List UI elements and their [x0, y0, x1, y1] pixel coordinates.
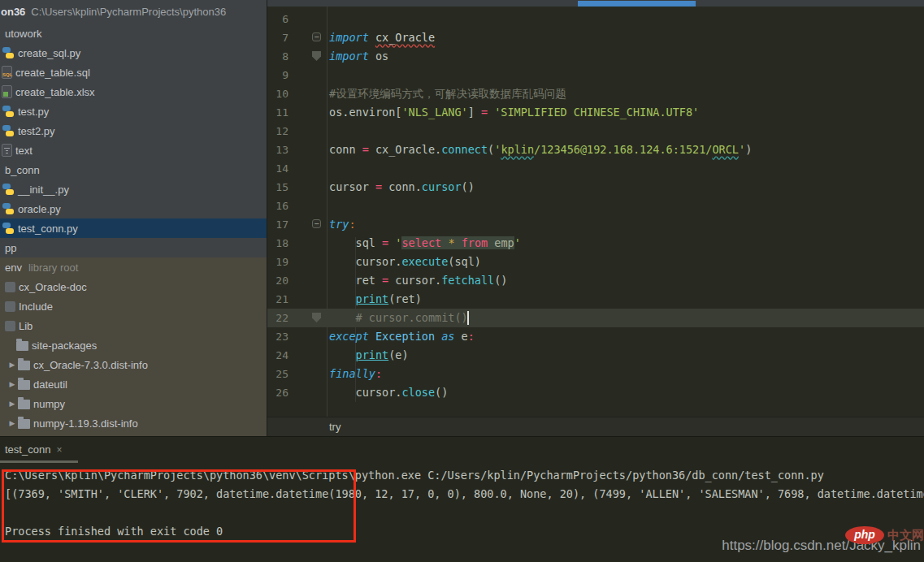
python-file-icon: [2, 124, 15, 137]
sidebar-item-lib[interactable]: Lib: [0, 316, 267, 335]
sidebar-item-pp[interactable]: pp: [0, 238, 267, 257]
fold-marker-icon[interactable]: −: [312, 32, 321, 41]
sidebar-item-create-table-xlsx[interactable]: create_table.xlsx: [0, 82, 267, 102]
expand-arrow-icon[interactable]: ▶: [7, 419, 18, 427]
code-editor[interactable]: 67−import cx_Oracle8import os910#设置环境编码方…: [267, 6, 924, 417]
code-line-17[interactable]: 17−try:: [267, 215, 924, 234]
code-line-10[interactable]: 10#设置环境编码方式，可解决读取数据库乱码问题: [267, 84, 924, 103]
code-line-7[interactable]: 7−import cx_Oracle: [267, 28, 924, 47]
python-file-icon: [2, 202, 15, 215]
console-tab-test-conn[interactable]: test_conn×: [5, 443, 62, 456]
sql-file-icon: SQL: [2, 66, 12, 79]
text-caret: [467, 311, 469, 325]
line-number: 25: [267, 365, 288, 383]
sidebar-item-utowork[interactable]: utowork: [0, 24, 267, 43]
sidebar-item-dateutil[interactable]: ▶dateutil: [0, 374, 267, 394]
sidebar-item-include[interactable]: Include: [0, 296, 267, 316]
sidebar-item-cx-oracle-doc[interactable]: cx_Oracle-doc: [0, 277, 267, 296]
sidebar-item-label: create_table.sql: [15, 67, 90, 79]
code-line-18[interactable]: 18 sql = 'select * from emp': [267, 234, 924, 253]
code-line-15[interactable]: 15cursor = conn.cursor(): [267, 178, 924, 197]
sidebar-item-label: test_conn.py: [18, 223, 78, 235]
editor-tab-strip: [267, 0, 924, 6]
sidebar-item-label: oracle.py: [18, 203, 61, 215]
php-cn-logo-icon: php: [845, 526, 884, 544]
sidebar-item-site-packages[interactable]: site-packages: [0, 335, 267, 355]
annotation-red-box: [2, 469, 356, 543]
sidebar-item-label: __init__.py: [18, 184, 69, 196]
line-number: 8: [267, 47, 288, 66]
sidebar-item-label: dateutil: [33, 378, 67, 391]
active-tab-underline: [578, 1, 696, 6]
external-libraries-tree: envlibrary rootcx_Oracle-docIncludeLibsi…: [0, 257, 267, 436]
sidebar-item-label: env: [5, 262, 22, 274]
line-number: 21: [267, 290, 288, 309]
code-line-19[interactable]: 19 cursor.execute(sql): [267, 253, 924, 271]
sidebar-item--init-py[interactable]: __init__.py: [0, 179, 267, 199]
sidebar-item-oracle-py[interactable]: oracle.py: [0, 199, 267, 218]
sidebar-item-create-table-sql[interactable]: SQLcreate_table.sql: [0, 63, 267, 82]
code-line-6[interactable]: 6: [267, 10, 924, 28]
line-number: 20: [267, 271, 288, 290]
sidebar-item-label: pp: [5, 242, 16, 254]
python-file-icon: [2, 222, 15, 235]
sidebar-item-env[interactable]: envlibrary root: [0, 257, 267, 277]
folder-icon: [5, 301, 15, 312]
sidebar-item-create-sql-py[interactable]: create_sql.py: [0, 43, 267, 63]
fold-marker-icon[interactable]: −: [312, 219, 321, 228]
breadcrumb-item-try[interactable]: try: [329, 421, 341, 433]
code-line-23[interactable]: 23except Exception as e:: [267, 327, 924, 346]
sidebar-item-label: b_conn: [5, 164, 40, 176]
line-number: 12: [267, 122, 288, 140]
line-number: 16: [267, 197, 288, 215]
line-number: 9: [267, 66, 288, 84]
python-file-icon: [2, 46, 15, 59]
sidebar-item-numpy-1-19-3-dist-info[interactable]: ▶numpy-1.19.3.dist-info: [0, 413, 267, 433]
code-lines: 67−import cx_Oracle8import os910#设置环境编码方…: [267, 10, 924, 402]
project-tool-window[interactable]: on36C:\Users\kplin\PycharmProjects\pytho…: [0, 0, 267, 436]
sidebar-item-suffix: library root: [28, 262, 78, 274]
line-number: 19: [267, 253, 288, 271]
sidebar-item-test-py[interactable]: test.py: [0, 102, 267, 121]
code-line-9[interactable]: 9: [267, 66, 924, 84]
python-file-icon: [2, 183, 15, 196]
sidebar-item-label: site-packages: [32, 339, 97, 352]
sidebar-item-label: create_table.xlsx: [15, 86, 95, 98]
code-line-24[interactable]: 24 print(e): [267, 346, 924, 365]
sidebar-item-label: create_sql.py: [18, 47, 80, 59]
expand-arrow-icon[interactable]: ▶: [7, 400, 18, 408]
close-icon[interactable]: ×: [56, 444, 62, 456]
code-line-8[interactable]: 8import os: [267, 47, 924, 66]
sidebar-item-test2-py[interactable]: test2.py: [0, 121, 267, 140]
expand-arrow-icon[interactable]: ▶: [7, 361, 18, 369]
sidebar-item-numpy[interactable]: ▶numpy: [0, 394, 267, 413]
expand-arrow-icon[interactable]: ▶: [7, 380, 18, 388]
code-line-12[interactable]: 12: [267, 122, 924, 140]
code-line-26[interactable]: 26 cursor.close(): [267, 383, 924, 402]
sidebar-item-label: cx_Oracle-7.3.0.dist-info: [33, 359, 148, 371]
console-tab-underline: [0, 460, 78, 463]
code-line-13[interactable]: 13conn = cx_Oracle.connect('kplin/123456…: [267, 140, 924, 159]
fold-marker-icon[interactable]: [312, 313, 321, 322]
sidebar-item-text[interactable]: text: [0, 140, 267, 160]
line-number: 7: [267, 28, 288, 47]
line-number: 26: [267, 383, 288, 402]
xlsx-file-icon: [2, 85, 12, 98]
breadcrumb[interactable]: try: [267, 417, 924, 436]
sidebar-item-test-conn-py[interactable]: test_conn.py: [0, 218, 267, 238]
sidebar-item-b-conn[interactable]: b_conn: [0, 160, 267, 179]
code-line-11[interactable]: 11os.environ['NLS_LANG'] = 'SIMPLIFIED C…: [267, 103, 924, 122]
line-number: 15: [267, 178, 288, 197]
project-title-bar: on36C:\Users\kplin\PycharmProjects\pytho…: [0, 0, 267, 24]
sidebar-item-cx-oracle-7-3-0-dist-info[interactable]: ▶cx_Oracle-7.3.0.dist-info: [0, 355, 267, 374]
code-line-22[interactable]: 22 # cursor.commit(): [267, 309, 924, 327]
code-line-21[interactable]: 21 print(ret): [267, 290, 924, 309]
code-line-25[interactable]: 25finally:: [267, 365, 924, 383]
code-line-16[interactable]: 16: [267, 197, 924, 215]
code-line-20[interactable]: 20 ret = cursor.fetchall(): [267, 271, 924, 290]
project-path: C:\Users\kplin\PycharmProjects\python36: [31, 6, 226, 18]
sidebar-item-label: test2.py: [18, 125, 55, 137]
code-line-14[interactable]: 14: [267, 159, 924, 178]
line-number: 11: [267, 103, 288, 122]
fold-marker-icon[interactable]: [312, 51, 321, 61]
